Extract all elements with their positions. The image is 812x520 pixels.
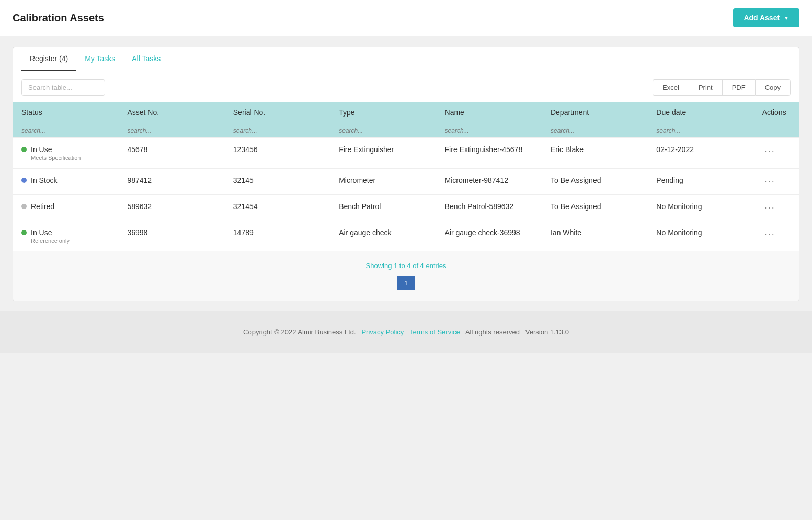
name-cell-0: Fire Extinguisher-45678 [437,138,542,169]
row-actions-button-1[interactable]: ··· [762,176,777,187]
tab-register[interactable]: Register (4) [21,47,76,71]
table-row: Retired 589632 321454 Bench Patrol Bench… [13,195,799,221]
col-actions: Actions [754,102,799,123]
table-row: In Stock 987412 32145 Micrometer Microme… [13,169,799,195]
col-name: Name [437,102,542,123]
actions-cell-2: ··· [754,195,799,221]
col-serial-no: Serial No. [225,102,330,123]
pagination-area: Showing 1 to 4 of 4 entries 1 [13,251,799,301]
terms-service-link[interactable]: Terms of Service [409,328,460,336]
status-label-3: In Use [31,228,70,237]
status-label-0: In Use [31,145,81,154]
col-due-date: Due date [648,102,753,123]
actions-cell-1: ··· [754,169,799,195]
type-cell-2: Bench Patrol [330,195,436,221]
page-title: Calibration Assets [13,12,104,24]
tabs-header: Register (4) My Tasks All Tasks [13,47,799,71]
status-sub-0: Meets Specification [31,155,81,161]
copy-button[interactable]: Copy [755,79,791,96]
export-buttons: Excel Print PDF Copy [653,79,791,96]
due-date-cell-1: Pending [648,169,753,195]
status-sub-3: Reference only [31,238,70,244]
status-dot-2 [21,204,27,209]
name-search[interactable] [445,127,534,134]
table-header-row: Status Asset No. Serial No. Type Name De… [13,102,799,123]
add-asset-label: Add Asset [744,14,780,22]
serial-no-cell-3: 14789 [225,221,330,252]
col-department: Department [542,102,648,123]
column-search-row [13,123,799,138]
privacy-policy-link[interactable]: Privacy Policy [361,328,404,336]
type-cell-3: Air gauge check [330,221,436,252]
status-cell-1: In Stock [13,169,119,195]
due-date-cell-3: No Monitoring [648,221,753,252]
col-status: Status [13,102,119,123]
due-date-cell-0: 02-12-2022 [648,138,753,169]
name-cell-1: Micrometer-987412 [437,169,542,195]
col-asset-no: Asset No. [119,102,224,123]
table-toolbar: Excel Print PDF Copy [13,71,799,102]
type-cell-1: Micrometer [330,169,436,195]
tab-my-tasks[interactable]: My Tasks [76,47,123,71]
serial-no-cell-1: 32145 [225,169,330,195]
status-label-1: In Stock [31,176,58,184]
status-dot-3 [21,230,27,235]
department-cell-2: To Be Assigned [542,195,648,221]
asset-no-cell-1: 987412 [119,169,224,195]
asset-no-search[interactable] [127,127,216,134]
name-cell-3: Air gauge check-36998 [437,221,542,252]
main-content: Register (4) My Tasks All Tasks Excel Pr… [0,36,812,311]
page-1-button[interactable]: 1 [397,276,415,290]
tab-all-tasks[interactable]: All Tasks [123,47,169,71]
actions-cell-3: ··· [754,221,799,252]
status-dot-1 [21,178,27,183]
serial-no-search[interactable] [233,127,322,134]
department-cell-3: Ian White [542,221,648,252]
row-actions-button-2[interactable]: ··· [762,202,777,213]
due-date-search[interactable] [656,127,745,134]
asset-no-cell-2: 589632 [119,195,224,221]
table-row: In Use Meets Specification 45678 123456 … [13,138,799,169]
add-asset-button[interactable]: Add Asset ▼ [733,8,799,27]
actions-cell-0: ··· [754,138,799,169]
due-date-cell-2: No Monitoring [648,195,753,221]
table-row: In Use Reference only 36998 14789 Air ga… [13,221,799,252]
chevron-down-icon: ▼ [784,15,789,21]
type-search[interactable] [339,127,428,134]
excel-button[interactable]: Excel [653,79,689,96]
status-cell-3: In Use Reference only [13,221,119,252]
col-type: Type [330,102,436,123]
type-cell-0: Fire Extinguisher [330,138,436,169]
showing-text: Showing 1 to 4 of 4 entries [21,262,791,270]
page-header: Calibration Assets Add Asset ▼ [0,0,812,36]
row-actions-button-0[interactable]: ··· [762,145,777,156]
row-actions-button-3[interactable]: ··· [762,228,777,239]
status-label-2: Retired [31,202,54,211]
pdf-button[interactable]: PDF [722,79,755,96]
asset-no-cell-3: 36998 [119,221,224,252]
status-cell-2: Retired [13,195,119,221]
data-table: Status Asset No. Serial No. Type Name De… [13,102,799,251]
serial-no-cell-2: 321454 [225,195,330,221]
search-input[interactable] [21,79,105,96]
print-button[interactable]: Print [689,79,722,96]
department-search[interactable] [551,127,639,134]
version-text: Version 1.13.0 [525,328,569,336]
status-dot-0 [21,147,27,152]
serial-no-cell-0: 123456 [225,138,330,169]
asset-no-cell-0: 45678 [119,138,224,169]
department-cell-1: To Be Assigned [542,169,648,195]
tabs-container: Register (4) My Tasks All Tasks Excel Pr… [13,47,799,301]
department-cell-0: Eric Blake [542,138,648,169]
page-footer: Copyright © 2022 Almir Business Ltd. Pri… [0,311,812,353]
copyright-text: Copyright © 2022 Almir Business Ltd. [243,328,356,336]
status-cell-0: In Use Meets Specification [13,138,119,169]
status-search[interactable] [21,127,110,134]
name-cell-2: Bench Patrol-589632 [437,195,542,221]
rights-text: All rights reserved [465,328,520,336]
